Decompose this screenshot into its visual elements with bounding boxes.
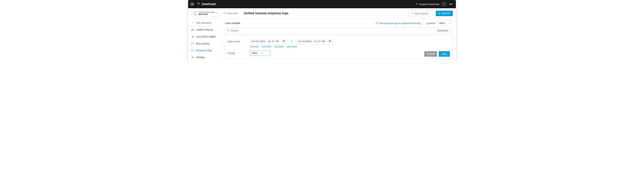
sidebar-item-api-list[interactable]: List of APIs added <box>188 33 222 40</box>
quick-last-week[interactable]: Last week <box>274 45 284 48</box>
project-icon <box>193 12 197 15</box>
sidebar-item-label: Run a Query <box>196 42 210 45</box>
arrow-right-icon <box>290 40 293 43</box>
datetime-to[interactable]: 04/14/2021, 11:37 AM <box>296 39 333 44</box>
loglevel-select[interactable]: INFO <box>438 21 452 26</box>
filter-row-priority: Priority INFO <box>228 51 450 56</box>
brand-text: DataGraph <box>202 3 216 6</box>
filter-row-datetime: Date & time 04/14/2021, 10:37 AM 04/14/2… <box>228 39 450 44</box>
sidebar: Hide side panel Unified Schema List of A… <box>188 19 222 62</box>
advanced-label: Advanced <box>437 29 448 32</box>
brand: DataGraph <box>197 2 216 6</box>
svg-point-2 <box>192 57 193 58</box>
topbar-right: Anypoint DataGraph ? DU <box>416 2 453 6</box>
arrow-left-icon <box>191 21 194 24</box>
cancel-button[interactable]: Cancel <box>424 51 437 57</box>
chevron-up-icon <box>448 29 450 32</box>
body: Hide side panel Unified Schema List of A… <box>188 19 456 62</box>
svg-rect-1 <box>195 13 195 14</box>
apply-button[interactable]: Apply <box>439 51 450 57</box>
stack-icon <box>416 3 418 6</box>
list-icon <box>191 35 194 38</box>
advanced-toggle[interactable]: Advanced <box>437 29 450 32</box>
svg-rect-5 <box>329 41 331 42</box>
calendar-icon <box>329 40 331 43</box>
loglevel-value: INFO <box>440 22 445 25</box>
code-icon <box>191 49 194 52</box>
quick-last-24hrs[interactable]: Last 24hrs <box>262 45 271 48</box>
filters-panel: Date & time 04/14/2021, 10:37 AM 04/14/2… <box>225 35 452 59</box>
app-frame: DataGraph Anypoint DataGraph ? DU Unifie… <box>188 0 456 62</box>
topbar: DataGraph Anypoint DataGraph ? DU <box>188 0 456 8</box>
braces-icon <box>191 42 194 45</box>
sidebar-item-settings[interactable]: Settings <box>188 54 222 61</box>
sidebar-item-run-query[interactable]: Run a Query <box>188 40 222 47</box>
sidebar-item-label: Settings <box>196 56 205 59</box>
sidebar-item-label: List of APIs added <box>196 35 216 38</box>
sidebar-item-label: Unified Schema <box>196 28 213 31</box>
hamburger-icon[interactable] <box>191 3 194 5</box>
quick-range-links: Last hour Last 24hrs Last week Last mont… <box>250 45 450 48</box>
project-lines: Unified Data Graph docs-test <box>198 11 215 16</box>
sidebar-item-response-logs[interactable]: Response logs <box>188 47 222 54</box>
calendar-icon <box>283 40 285 43</box>
hide-side-panel[interactable]: Hide side panel <box>188 19 222 26</box>
datetime-label: Date & time <box>228 40 246 43</box>
chevron-down-icon <box>449 22 450 25</box>
console-header: Live console View response logs in Anypo… <box>225 21 452 26</box>
home-icon <box>191 28 194 31</box>
topbar-left: DataGraph <box>191 2 216 6</box>
page-title: Unified schema response logs <box>244 12 288 15</box>
separator: | <box>423 22 424 25</box>
plus-icon <box>438 12 440 15</box>
datetime-to-value: 04/14/2021, 11:37 AM <box>298 40 325 43</box>
console-title: Live console <box>225 22 240 25</box>
search-bar: Advanced <box>225 28 452 34</box>
add-api-button[interactable]: Add API <box>436 11 453 16</box>
avatar[interactable]: DU <box>449 2 453 6</box>
search-input[interactable] <box>230 29 437 32</box>
quick-last-hour[interactable]: Last hour <box>250 45 258 48</box>
monitoring-link[interactable]: View response logs in Anypoint Monitorin… <box>376 22 421 25</box>
priority-value: INFO <box>252 52 258 55</box>
monitoring-link-text: View response logs in Anypoint Monitorin… <box>379 22 421 25</box>
link-icon <box>376 22 378 25</box>
cloud-icon <box>223 12 226 15</box>
priority-select[interactable]: INFO <box>250 51 270 56</box>
priority-label: Priority <box>228 52 246 55</box>
svg-point-3 <box>228 30 229 31</box>
loglevel-label: Log level <box>426 22 435 25</box>
run-query-button[interactable]: Run a Query <box>409 11 431 16</box>
hide-side-panel-label: Hide side panel <box>196 22 212 24</box>
panel-actions: Cancel Apply <box>424 51 450 57</box>
sidebar-item-unified-schema[interactable]: Unified Schema <box>188 26 222 33</box>
project-selector[interactable]: Unified Data Graph docs-test <box>191 10 220 17</box>
cloud-status-text: Up to date <box>227 12 238 15</box>
help-icon[interactable]: ? <box>442 2 446 6</box>
chevron-down-icon <box>261 52 263 55</box>
breadcrumb[interactable]: Anypoint DataGraph <box>416 3 440 6</box>
logo-icon <box>197 2 200 6</box>
datetime-from-value: 04/14/2021, 10:37 AM <box>252 40 278 43</box>
header-row: Unified Data Graph docs-test Up to date … <box>188 8 456 19</box>
chevron-down-icon <box>216 12 218 15</box>
sidebar-item-label: Response logs <box>196 49 212 52</box>
console-header-right: View response logs in Anypoint Monitorin… <box>376 21 452 26</box>
main: Live console View response logs in Anypo… <box>222 19 456 62</box>
breadcrumb-text: Anypoint DataGraph <box>419 3 440 6</box>
cloud-status: Up to date <box>223 12 238 15</box>
datetime-from[interactable]: 04/14/2021, 10:37 AM <box>250 39 287 44</box>
search-icon <box>227 29 230 32</box>
run-query-label: Run a Query <box>415 12 428 15</box>
gear-icon <box>191 56 194 59</box>
add-api-label: Add API <box>442 12 450 15</box>
svg-rect-4 <box>283 41 285 42</box>
braces-icon <box>412 12 414 15</box>
project-bottom: docs-test <box>198 13 215 16</box>
quick-last-month[interactable]: Last month <box>287 45 297 48</box>
